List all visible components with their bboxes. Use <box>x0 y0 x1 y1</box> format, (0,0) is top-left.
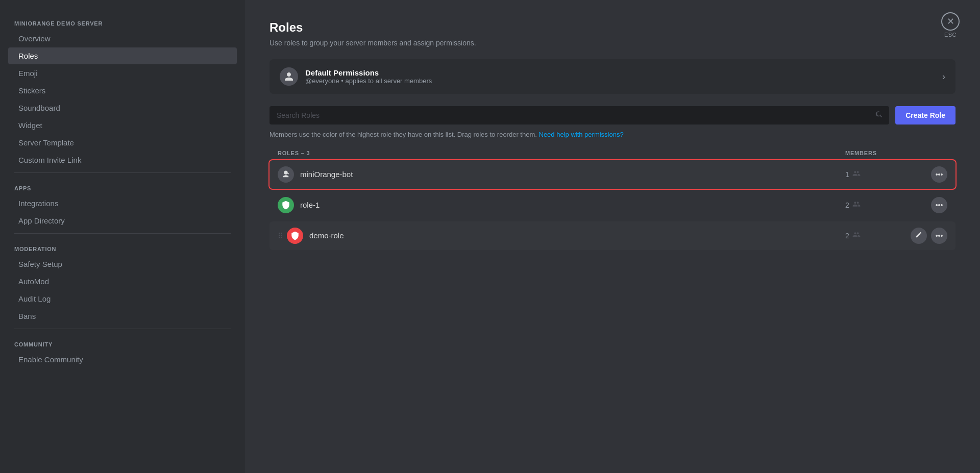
role-name: role-1 <box>300 201 845 209</box>
more-options-button[interactable]: ••• <box>931 228 947 244</box>
sidebar-item-soundboard[interactable]: Soundboard <box>8 99 237 116</box>
sidebar-item-automod[interactable]: AutoMod <box>8 273 237 290</box>
sidebar-item-emoji[interactable]: Emoji <box>8 65 237 82</box>
sidebar-item-server-template[interactable]: Server Template <box>8 134 237 151</box>
sidebar-item-audit-log[interactable]: Audit Log <box>8 290 237 307</box>
member-count: 1 <box>845 169 906 179</box>
search-icon <box>875 110 883 120</box>
sidebar-divider-2 <box>14 233 231 234</box>
members-icon <box>852 200 861 210</box>
permissions-subtitle: @everyone • applies to all server member… <box>305 77 942 85</box>
member-number: 2 <box>845 232 849 240</box>
help-link[interactable]: Need help with permissions? <box>539 131 624 138</box>
member-number: 2 <box>845 201 849 209</box>
member-count: 2 <box>845 200 906 210</box>
role-icon <box>278 197 294 213</box>
search-row: Create Role <box>270 106 955 125</box>
more-options-button[interactable]: ••• <box>931 166 947 183</box>
col-roles-header: ROLES – 3 <box>278 150 845 156</box>
row-actions: ••• <box>906 228 947 244</box>
sidebar-item-safety-setup[interactable]: Safety Setup <box>8 256 237 272</box>
search-input[interactable] <box>270 106 889 125</box>
sidebar-item-integrations[interactable]: Integrations <box>8 195 237 212</box>
edit-button[interactable] <box>911 228 927 244</box>
sidebar-divider-3 <box>14 329 231 329</box>
table-row[interactable]: miniOrange-bot 1 ••• <box>270 160 955 189</box>
more-options-button[interactable]: ••• <box>931 197 947 213</box>
drag-handle-icon[interactable]: ⠿ <box>278 232 283 240</box>
close-button[interactable]: ✕ <box>941 12 960 31</box>
moderation-section-label: MODERATION <box>4 238 241 255</box>
page-title: Roles <box>270 20 955 35</box>
sidebar-item-enable-community[interactable]: Enable Community <box>8 351 237 368</box>
sidebar-item-app-directory[interactable]: App Directory <box>8 212 237 229</box>
members-icon <box>852 231 861 240</box>
sidebar-item-widget[interactable]: Widget <box>8 117 237 134</box>
apps-section-label: APPS <box>4 177 241 194</box>
role-icon <box>287 228 303 244</box>
role-name: miniOrange-bot <box>300 170 845 179</box>
help-text-content: Members use the color of the highest rol… <box>270 131 537 138</box>
community-section-label: COMMUNITY <box>4 333 241 351</box>
create-role-button[interactable]: Create Role <box>895 106 955 125</box>
col-members-header: MEMBERS <box>845 150 906 156</box>
member-count: 2 <box>845 231 906 240</box>
table-row[interactable]: ⠿ demo-role 2 ••• <box>270 221 955 250</box>
permissions-icon <box>280 67 298 86</box>
server-name-label: MINIORANGE DEMO SERVER <box>4 12 241 30</box>
main-content: ✕ ESC Roles Use roles to group your serv… <box>245 0 980 473</box>
members-icon <box>852 169 861 179</box>
close-label: ESC <box>944 32 957 38</box>
search-wrapper <box>270 106 889 125</box>
sidebar-item-roles[interactable]: Roles <box>8 47 237 64</box>
page-subtitle: Use roles to group your server members a… <box>270 39 955 47</box>
help-text: Members use the color of the highest rol… <box>270 130 955 140</box>
sidebar-divider-1 <box>14 172 231 173</box>
ellipsis-icon: ••• <box>936 232 943 240</box>
member-number: 1 <box>845 170 849 179</box>
sidebar-item-custom-invite-link[interactable]: Custom Invite Link <box>8 152 237 168</box>
sidebar-item-bans[interactable]: Bans <box>8 308 237 325</box>
row-actions: ••• <box>906 197 947 213</box>
row-actions: ••• <box>906 166 947 183</box>
roles-table-header: ROLES – 3 MEMBERS <box>270 150 955 156</box>
role-icon <box>278 166 294 183</box>
table-row[interactable]: role-1 2 ••• <box>270 191 955 219</box>
permissions-chevron-icon: › <box>942 71 945 82</box>
ellipsis-icon: ••• <box>936 201 943 209</box>
permissions-title: Default Permissions <box>305 68 942 77</box>
default-permissions-card[interactable]: Default Permissions @everyone • applies … <box>270 59 955 94</box>
sidebar: MINIORANGE DEMO SERVER Overview Roles Em… <box>0 0 245 473</box>
role-name: demo-role <box>309 231 845 240</box>
permissions-info: Default Permissions @everyone • applies … <box>305 68 942 85</box>
ellipsis-icon: ••• <box>936 170 943 179</box>
sidebar-item-stickers[interactable]: Stickers <box>8 82 237 99</box>
pencil-icon <box>915 231 922 240</box>
sidebar-item-overview[interactable]: Overview <box>8 30 237 47</box>
